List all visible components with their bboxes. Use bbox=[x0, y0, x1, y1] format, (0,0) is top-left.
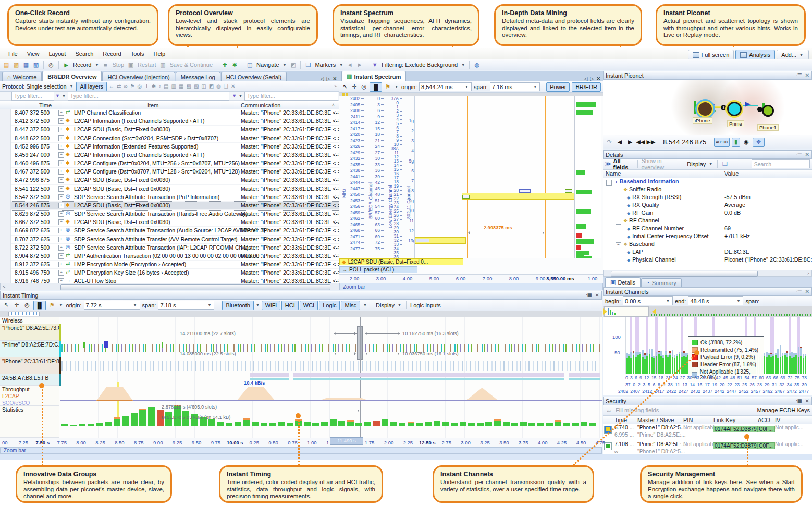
details-hscrollbar[interactable]: > bbox=[603, 270, 812, 277]
record-icon[interactable]: ▶ bbox=[62, 61, 70, 69]
visibility-icon[interactable]: ◉ bbox=[742, 138, 751, 146]
table-row[interactable]: 8.707 372 625+◎SDP Service Search Attrib… bbox=[10, 236, 339, 244]
packet-glyph[interactable] bbox=[519, 189, 531, 193]
table-row[interactable]: 8.467 372 500+◆L2CAP Configure (Dst=0x87… bbox=[10, 168, 339, 176]
timing-zoom-bar[interactable]: Zoom bar bbox=[0, 447, 602, 454]
expand-icon[interactable]: + bbox=[58, 262, 64, 267]
table-row[interactable]: 8.544 246 875+◆L2CAP SDU (Basic, Dst=Fix… bbox=[10, 202, 339, 210]
expand-icon[interactable]: + bbox=[58, 160, 64, 166]
tree-group-rf-channel[interactable]: −❖RF Channel bbox=[603, 217, 812, 225]
addr-toggle-button[interactable]: AD: DR bbox=[714, 138, 730, 147]
table-row[interactable]: 8.447 372 500+◆L2CAP SDU (Basic, Dst=Fix… bbox=[10, 126, 339, 134]
expand-icon[interactable]: + bbox=[58, 270, 64, 276]
timing-chart-area[interactable]: Wireless "Phone1" D8:A2:5E:73:C... "Prim… bbox=[0, 317, 602, 438]
all-layers-button[interactable]: All layers bbox=[76, 82, 107, 91]
filtering-button[interactable]: Filtering: Exclude Background bbox=[380, 61, 459, 68]
funnel-dropdown-icon[interactable]: ▼ bbox=[61, 94, 67, 98]
power-toggle-button[interactable]: Power bbox=[546, 82, 570, 92]
expand-icon[interactable]: + bbox=[58, 237, 64, 242]
jump-forward-icon[interactable]: ▶▶ bbox=[647, 138, 655, 146]
marker-tool-icon[interactable]: ⚑ bbox=[48, 301, 56, 309]
toggle-wifi[interactable]: WiFi bbox=[262, 301, 280, 310]
toolbar-icon[interactable]: ← bbox=[109, 83, 114, 89]
device-node-iphone[interactable] bbox=[697, 101, 713, 117]
column-header-pin[interactable]: PIN bbox=[683, 417, 693, 423]
navigate-button[interactable]: Navigate bbox=[255, 61, 280, 68]
table-row[interactable]: 8.904 872 500+⇄LMP Authentication Transa… bbox=[10, 252, 339, 261]
collapse-all-icon[interactable]: ≫ bbox=[605, 160, 611, 167]
filtering-icon[interactable]: ▼ bbox=[371, 61, 379, 69]
expand-icon[interactable]: + bbox=[58, 144, 64, 150]
tab-hci-overview-injection-[interactable]: HCI Overview (Injection) bbox=[102, 72, 175, 81]
toolbar-icon[interactable]: ⇄ bbox=[117, 83, 121, 89]
toolbar-icon[interactable]: ⚑ bbox=[130, 83, 135, 89]
split-view-button[interactable]: ▐▌ bbox=[370, 82, 382, 92]
toolbar-icon[interactable]: ▧ bbox=[186, 83, 191, 89]
toolbar-icon[interactable]: ✕ bbox=[231, 83, 235, 89]
packet-glyph[interactable] bbox=[565, 189, 572, 193]
ruler-handle[interactable] bbox=[346, 93, 348, 96]
stop-button[interactable]: Stop bbox=[111, 61, 125, 68]
chevron-down-icon[interactable]: ▼ bbox=[397, 303, 402, 307]
funnel-dropdown-icon[interactable]: ▼ bbox=[238, 94, 243, 98]
restart-icon[interactable]: ▣ bbox=[127, 61, 135, 69]
row-label-iphone[interactable]: "iPhone" 2C:33:61:DE:8... bbox=[0, 357, 59, 374]
close-icon[interactable]: ✕ bbox=[595, 292, 599, 299]
expand-icon[interactable]: + bbox=[58, 110, 64, 116]
logic-inputs-button[interactable]: Logic inputs bbox=[410, 302, 441, 308]
cursor-tool-icon[interactable]: ↖ bbox=[341, 83, 349, 91]
chevron-down-icon[interactable]: ▼ bbox=[58, 303, 64, 307]
fit-view-button[interactable]: ✥ bbox=[753, 138, 765, 147]
table-row[interactable]: 8.407 372 500+⇄LMP Channel Classificatio… bbox=[10, 109, 339, 117]
field-initial-center-frequency-offset[interactable]: ◆Initial Center Frequency Offset+78.1 kH… bbox=[603, 233, 812, 241]
expand-icon[interactable]: + bbox=[58, 228, 64, 233]
column-header-aco[interactable]: ACO bbox=[758, 417, 770, 423]
record-button[interactable]: Record bbox=[72, 61, 92, 68]
column-header-value[interactable]: Value bbox=[724, 170, 739, 177]
origin-combo[interactable]: 8,544.24 ms▼ bbox=[419, 82, 472, 91]
table-row[interactable]: 8.412 372 500+◆L2CAP Information (Fixed … bbox=[10, 117, 339, 126]
display-dropdown[interactable]: Display bbox=[687, 161, 706, 167]
toolbar-icon[interactable]: ▥ bbox=[171, 83, 176, 89]
markers-dropdown-icon[interactable]: ▼ bbox=[338, 63, 344, 67]
field-rf-channel-number[interactable]: ◆RF Channel Number69 bbox=[603, 225, 812, 233]
copy-icon[interactable]: ❏ bbox=[721, 160, 729, 168]
filtering-dropdown-icon[interactable]: ▼ bbox=[460, 63, 466, 67]
pin-icon[interactable]: ꞏ𝌆 bbox=[796, 72, 802, 79]
packet-glyph[interactable] bbox=[462, 195, 470, 199]
expand-icon[interactable]: + bbox=[58, 152, 64, 158]
replay-icon[interactable]: ↷ bbox=[605, 138, 613, 146]
open-file-icon[interactable]: ▨ bbox=[12, 61, 20, 69]
close-icon[interactable]: ✕ bbox=[805, 289, 809, 295]
markers-button[interactable]: Markers bbox=[314, 61, 337, 68]
overview-hscrollbar[interactable]: < bbox=[0, 283, 339, 290]
toolbar-icon[interactable]: ◍ bbox=[216, 83, 221, 89]
table-row[interactable]: 8.916 746 750+→ACL-U Flow StopMaster: "i… bbox=[10, 277, 339, 283]
table-row[interactable]: 8.722 372 500+◎SDP Service Search Attrib… bbox=[10, 244, 339, 252]
table-row[interactable]: 8.448 622 500+◆L2CAP Connection (Src=0x0… bbox=[10, 134, 339, 143]
tab-hci-overview-serial-[interactable]: HCI Overview (Serial) bbox=[221, 72, 287, 81]
pin-icon[interactable]: ꞏ𝌆 bbox=[796, 289, 802, 295]
markers-icon[interactable]: ❏ bbox=[304, 61, 312, 69]
expand-icon[interactable]: + bbox=[58, 186, 64, 192]
toolbar-icon[interactable]: ♪ bbox=[158, 83, 161, 89]
chevron-down-icon[interactable]: ▼ bbox=[708, 162, 713, 166]
close-tab-icon[interactable]: ✕ bbox=[596, 76, 600, 81]
prev-marker-icon[interactable]: ◄ bbox=[346, 61, 354, 69]
display-dropdown[interactable]: Display bbox=[376, 302, 395, 308]
navigate-dropdown-icon[interactable]: ▼ bbox=[282, 63, 288, 67]
toggle-wci[interactable]: WCI bbox=[300, 301, 318, 310]
table-row[interactable]: 8.669 872 625+◎SDP Service Search Attrib… bbox=[10, 227, 339, 235]
tab-instant-spectrum[interactable]: ▥Instant Spectrum bbox=[341, 71, 406, 81]
pin-icon[interactable]: ꞏ𝌆 bbox=[796, 398, 802, 404]
full-screen-button[interactable]: Full screen bbox=[688, 50, 734, 60]
navigate-icon[interactable]: ◫ bbox=[245, 61, 254, 69]
toolbar-icon[interactable]: ❏ bbox=[224, 83, 228, 89]
field-rx-strength-rssi-[interactable]: ◆RX Strength (RSSI)-57.5 dBm bbox=[603, 194, 812, 202]
channels-overview-strip[interactable] bbox=[603, 306, 812, 317]
tab-br-edr-overview[interactable]: BR/EDR Overview bbox=[42, 71, 102, 81]
scroll-left-icon[interactable]: < bbox=[3, 284, 5, 289]
span-combo[interactable]: 7.18 ms▼ bbox=[490, 82, 540, 91]
end-combo[interactable]: 48.48 s▼ bbox=[688, 296, 743, 305]
expand-icon[interactable]: + bbox=[58, 118, 64, 124]
